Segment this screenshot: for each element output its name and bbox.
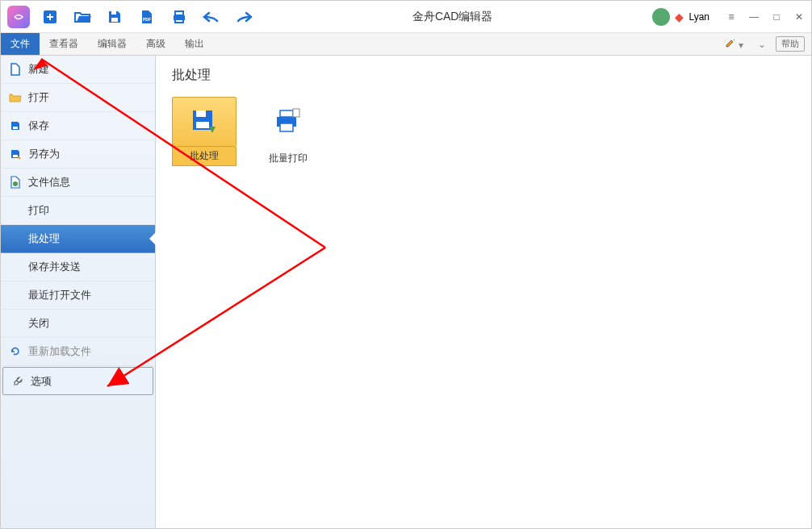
svg-rect-12 [196, 110, 206, 117]
sidebar-item-saveas[interactable]: 另存为 [1, 140, 155, 169]
tile-label: 批量打印 [269, 152, 308, 165]
menu-file[interactable]: 文件 [1, 33, 40, 55]
vip-diamond-icon: ◆ [675, 10, 684, 23]
sidebar-label: 最近打开文件 [28, 288, 91, 302]
menu-viewer[interactable]: 查看器 [40, 33, 88, 55]
redo-icon[interactable] [235, 8, 253, 26]
svg-text:PDF: PDF [143, 17, 151, 22]
app-logo-icon [7, 6, 30, 28]
file-new-icon [9, 63, 22, 76]
new-file-icon[interactable] [41, 8, 59, 26]
sidebar-label: 打开 [28, 90, 49, 105]
app-window: PDF 金舟CAD编辑器 ◆ Lyan ≡ — □ ✕ 文件 查 [0, 0, 812, 529]
sidebar-label: 另存为 [28, 147, 60, 161]
svg-rect-16 [293, 109, 299, 117]
sidebar-item-open[interactable]: 打开 [1, 84, 155, 112]
username: Lyan [689, 11, 709, 23]
file-sidebar: 新建 打开 保存 另存为 文件信息 打印 [1, 56, 156, 528]
sidebar-item-options[interactable]: 选项 [2, 367, 153, 395]
svg-rect-6 [175, 19, 183, 23]
export-pdf-icon[interactable]: PDF [138, 8, 156, 26]
undo-icon[interactable] [203, 8, 220, 26]
svg-rect-11 [196, 122, 209, 128]
menu-icon[interactable]: ≡ [726, 11, 737, 23]
sidebar-label: 选项 [31, 374, 52, 389]
sidebar-item-reload[interactable]: 重新加载文件 [1, 338, 155, 366]
content-panel: 批处理 批处理 批量打印 [156, 56, 811, 528]
svg-rect-15 [280, 123, 293, 131]
quick-toolbar: PDF [41, 8, 253, 26]
maximize-icon[interactable]: □ [771, 11, 782, 23]
reload-icon [9, 345, 22, 358]
svg-rect-7 [13, 127, 18, 129]
sidebar-item-batch[interactable]: 批处理 [1, 225, 155, 253]
sidebar-item-save[interactable]: 保存 [1, 112, 155, 140]
sidebar-label: 重新加载文件 [28, 344, 91, 359]
pen-dropdown-icon[interactable]: ▾ [720, 37, 748, 51]
titlebar: PDF 金舟CAD编辑器 ◆ Lyan ≡ — □ ✕ [1, 1, 811, 33]
sidebar-label: 文件信息 [28, 175, 70, 190]
tile-batch-print[interactable]: 批量打印 [256, 97, 320, 166]
app-title: 金舟CAD编辑器 [253, 10, 652, 24]
save-as-icon [9, 148, 22, 160]
sidebar-label: 新建 [28, 62, 49, 77]
user-area: ◆ Lyan [652, 8, 709, 26]
open-folder-icon[interactable] [73, 8, 91, 26]
batch-save-icon [172, 97, 236, 147]
print-icon[interactable] [170, 8, 188, 26]
save-icon [9, 119, 22, 132]
batch-print-icon [256, 97, 320, 147]
sidebar-label: 批处理 [28, 231, 60, 246]
file-info-icon [9, 176, 22, 189]
close-icon[interactable]: ✕ [793, 11, 805, 23]
svg-point-9 [13, 181, 18, 186]
menubar: 文件 查看器 编辑器 高级 输出 ▾ ⌄ 帮助 [1, 33, 811, 56]
svg-rect-4 [175, 11, 183, 15]
sidebar-label: 保存并发送 [28, 260, 81, 274]
sidebar-item-recent[interactable]: 最近打开文件 [1, 281, 155, 310]
sidebar-label: 保存 [28, 119, 49, 133]
content-title: 批处理 [172, 67, 795, 84]
folder-open-icon [9, 91, 22, 104]
tile-batch[interactable]: 批处理 [172, 97, 236, 166]
chevron-down-icon[interactable]: ⌄ [753, 39, 771, 50]
menu-advanced[interactable]: 高级 [136, 33, 175, 55]
sidebar-item-savesend[interactable]: 保存并发送 [1, 253, 155, 281]
svg-rect-2 [111, 11, 116, 15]
tile-grid: 批处理 批量打印 [172, 97, 795, 166]
svg-rect-1 [111, 18, 118, 22]
help-button[interactable]: 帮助 [776, 36, 805, 52]
sidebar-item-print[interactable]: 打印 [1, 197, 155, 225]
user-avatar-icon[interactable] [652, 8, 670, 26]
save-icon[interactable] [106, 8, 123, 26]
menu-output[interactable]: 输出 [175, 33, 214, 55]
sidebar-item-close[interactable]: 关闭 [1, 310, 155, 338]
tile-label: 批处理 [190, 150, 219, 161]
svg-rect-8 [13, 155, 18, 157]
wrench-icon [11, 375, 24, 388]
sidebar-label: 关闭 [28, 316, 49, 331]
window-controls: ≡ — □ ✕ [726, 11, 805, 23]
sidebar-item-new[interactable]: 新建 [1, 56, 155, 84]
menu-editor[interactable]: 编辑器 [88, 33, 136, 55]
svg-rect-13 [280, 110, 293, 117]
minimize-icon[interactable]: — [748, 11, 760, 23]
sidebar-label: 打印 [28, 203, 49, 218]
sidebar-item-fileinfo[interactable]: 文件信息 [1, 169, 155, 197]
